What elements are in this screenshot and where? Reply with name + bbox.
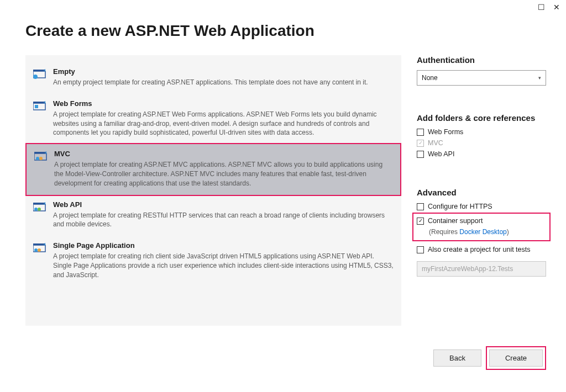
svg-text:4: 4 [45,151,47,155]
coreref-mvc-row: MVC [417,139,546,147]
checkbox-checked-disabled-icon [417,140,424,147]
advanced-unittests-label: Also create a project for unit tests [428,246,531,253]
page-title: Create a new ASP.NET Web Application [25,22,546,40]
advanced-unittests-row[interactable]: Also create a project for unit tests [417,246,546,253]
template-empty-desc: An empty project template for creating A… [53,78,394,87]
checkbox-unchecked-icon [417,129,424,136]
checkbox-unchecked-icon [417,246,424,253]
svg-text:4: 4 [44,100,46,104]
coreref-webforms-row[interactable]: Web Forms [417,128,546,136]
advanced-https-label: Configure for HTTPS [428,203,492,210]
template-empty-title: Empty [53,67,394,76]
coreref-webapi-label: Web API [428,150,454,158]
mvc-icon: 4 [34,151,48,164]
template-spa-title: Single Page Application [53,241,394,250]
webapi-icon: 4 [33,202,46,215]
svg-point-21 [38,248,41,252]
svg-text:4: 4 [44,68,46,72]
template-empty[interactable]: 4 Empty An empty project template for cr… [25,62,401,94]
template-webforms[interactable]: 4 Web Forms A project template for creat… [25,94,401,144]
close-button[interactable]: ✕ [553,3,560,11]
docker-desktop-link[interactable]: Docker Desktop [459,228,506,236]
template-webapi[interactable]: 4 Web API A project template for creatin… [25,195,401,236]
svg-point-16 [38,208,41,211]
template-spa-desc: A project template for creating rich cli… [53,252,394,279]
template-mvc-desc: A project template for creating ASP.NET … [54,160,392,188]
coreref-webforms-label: Web Forms [428,128,463,136]
svg-point-15 [34,208,38,211]
auth-heading: Authentication [417,55,546,65]
checkbox-unchecked-icon [417,203,424,210]
template-webforms-desc: A project template for creating ASP.NET … [53,110,394,137]
test-project-name-input [417,261,546,277]
template-spa[interactable]: 4 Single Page Application A project temp… [25,236,401,286]
template-webapi-title: Web API [53,200,394,209]
advanced-heading: Advanced [417,188,546,197]
template-webapi-desc: A project template for creating RESTful … [53,211,394,230]
svg-point-11 [39,157,43,160]
template-list: 4 Empty An empty project template for cr… [25,55,401,326]
spa-icon: 4 [33,242,46,256]
checkbox-unchecked-icon [417,151,424,158]
coreref-webapi-row[interactable]: Web API [417,150,546,158]
create-button[interactable]: Create [489,349,543,367]
svg-rect-6 [35,105,38,108]
svg-point-20 [34,248,38,252]
checkbox-checked-icon [417,218,424,225]
container-support-highlight: Container support (Requires Docker Deskt… [412,213,551,241]
empty-icon: 4 [33,68,46,82]
coreref-mvc-label: MVC [428,139,443,147]
create-button-highlight: Create [486,346,546,370]
maximize-button[interactable]: ☐ [537,3,545,11]
svg-point-10 [36,157,39,160]
auth-dropdown[interactable]: None ▾ [417,70,546,86]
template-webforms-title: Web Forms [53,99,394,108]
svg-point-2 [33,75,38,79]
advanced-container-label: Container support [428,217,483,225]
container-requires-note: (Requires Docker Desktop) [429,228,546,236]
auth-value: None [422,74,438,82]
template-mvc[interactable]: 4 MVC A project template for creating AS… [25,143,401,195]
template-mvc-title: MVC [54,150,392,158]
svg-text:4: 4 [44,242,46,246]
webforms-icon: 4 [33,100,46,114]
advanced-https-row[interactable]: Configure for HTTPS [417,203,546,210]
svg-text:4: 4 [44,202,46,205]
advanced-container-row[interactable]: Container support [417,217,546,225]
chevron-down-icon: ▾ [538,75,541,81]
corerefs-heading: Add folders & core references [417,113,546,123]
back-button[interactable]: Back [433,349,481,367]
